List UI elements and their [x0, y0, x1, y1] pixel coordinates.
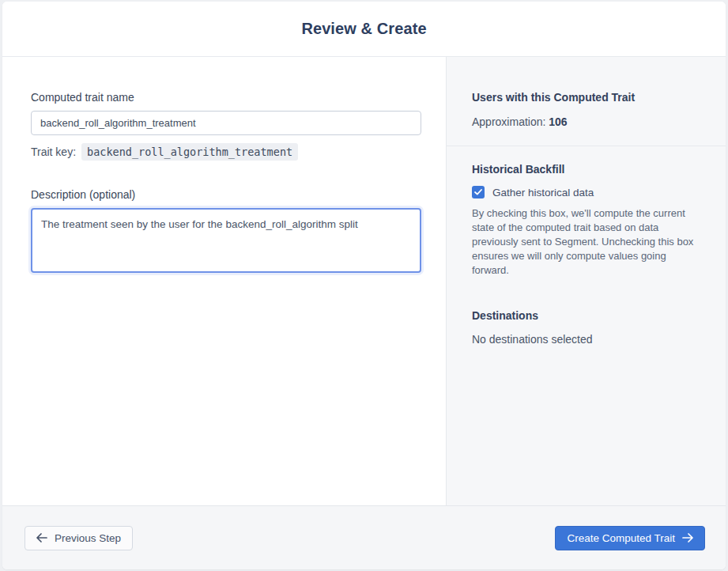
previous-step-button[interactable]: Previous Step	[25, 526, 133, 550]
approximation-label: Approximation:	[472, 115, 545, 128]
destinations-value: No destinations selected	[472, 333, 700, 346]
create-computed-trait-button[interactable]: Create Computed Trait	[555, 526, 705, 550]
modal-header: Review & Create	[2, 2, 726, 57]
approximation-value: 106	[549, 115, 567, 128]
arrow-left-icon	[36, 533, 47, 543]
gather-historical-data-checkbox-row[interactable]: Gather historical data	[472, 186, 700, 199]
description-textarea[interactable]: The treatment seen by the user for the b…	[31, 208, 421, 273]
modal-footer: Previous Step Create Computed Trait	[2, 505, 726, 569]
trait-form-panel: Computed trait name Trait key: backend_r…	[2, 57, 446, 505]
trait-name-label: Computed trait name	[31, 91, 421, 104]
modal-content: Computed trait name Trait key: backend_r…	[2, 57, 726, 505]
summary-panel: Users with this Computed Trait Approxima…	[446, 57, 726, 505]
arrow-right-icon	[682, 533, 693, 543]
create-trait-label: Create Computed Trait	[567, 532, 675, 544]
previous-step-label: Previous Step	[55, 532, 121, 544]
review-create-modal: Review & Create Computed trait name Trai…	[2, 2, 726, 569]
checkbox-checked-icon[interactable]	[472, 186, 485, 199]
checkbox-label: Gather historical data	[492, 187, 594, 199]
description-label: Description (optional)	[31, 188, 421, 201]
users-heading: Users with this Computed Trait	[472, 91, 700, 104]
backfill-heading: Historical Backfill	[472, 163, 700, 176]
approximation-row: Approximation: 106	[472, 115, 700, 128]
trait-key-row: Trait key: backend_roll_algorithm_treatm…	[31, 143, 421, 161]
page-title: Review & Create	[301, 20, 426, 38]
trait-name-input[interactable]	[31, 111, 421, 135]
description-block: Description (optional) The treatment see…	[31, 188, 421, 276]
trait-key-badge: backend_roll_algorithm_treatment	[81, 143, 298, 161]
panel-divider	[447, 146, 726, 146]
destinations-heading: Destinations	[472, 309, 700, 322]
trait-key-label: Trait key:	[31, 146, 76, 158]
backfill-description: By checking this box, we'll compute the …	[472, 206, 700, 278]
